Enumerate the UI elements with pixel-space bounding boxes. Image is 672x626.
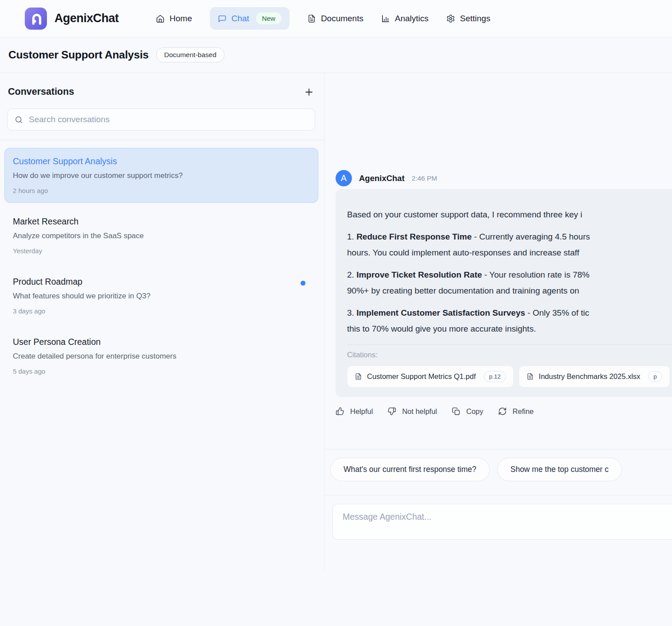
message-actions: HelpfulNot helpfulCopyRefine [336,407,672,416]
suggested-question-chip[interactable]: What's our current first response time? [330,458,490,481]
document-icon [526,373,534,380]
new-conversation-button[interactable] [304,87,314,97]
conversations-sidebar: Conversations Customer Support AnalysisH… [0,73,324,570]
page-title: Customer Support Analysis [8,49,149,61]
top-navbar: AgenixChat HomeChatNewDocumentsAnalytics… [0,0,672,37]
settings-icon [446,14,455,23]
conversation-preview: Create detailed persona for enterprise c… [13,352,310,361]
citations-label: Citations: [347,351,672,359]
message-line: 2. Improve Ticket Resolution Rate - Your… [347,267,672,283]
assistant-message-bubble: Based on your customer support data, I r… [336,189,672,397]
documents-icon [307,14,316,23]
citations-divider [347,344,672,345]
conversation-title: User Persona Creation [13,337,310,347]
refresh-icon [498,407,507,416]
thumbs-up-icon [336,407,344,416]
conversation-preview: How do we improve our customer support m… [13,171,310,180]
message-paragraph: 2. Improve Ticket Resolution Rate - Your… [347,267,672,299]
conversation-list: Customer Support AnalysisHow do we impro… [0,140,324,383]
conversation-preview: What features should we prioritize in Q3… [13,292,310,301]
analytics-icon [381,14,390,23]
nav-item-chat[interactable]: ChatNew [210,7,290,30]
conversations-heading: Conversations [8,86,74,97]
conversation-title: Customer Support Analysis [13,156,310,166]
nav-item-analytics[interactable]: Analytics [381,14,429,23]
citation-page-badge: p [648,371,662,382]
message-line: this to 70% would give you more accurate… [347,321,672,337]
message-header: A AgenixChat 2:46 PM [336,170,672,186]
message-paragraph: 3. Implement Customer Satisfaction Surve… [347,305,672,337]
main-layout: Conversations Customer Support AnalysisH… [0,73,672,570]
thumbs-down-icon [387,407,396,416]
nav-badge-new: New [256,12,282,24]
suggested-questions: What's our current first response time?S… [324,449,672,481]
conversation-title: Market Research [13,216,310,227]
conversation-title: Product Roadmap [13,277,310,287]
nav-label: Documents [321,14,363,23]
conversation-item-user-persona-creation[interactable]: User Persona CreationCreate detailed per… [4,328,318,383]
nav-items: HomeChatNewDocumentsAnalyticsSettings [156,7,490,30]
sidebar-header: Conversations [0,73,324,108]
citation-page-badge: p.12 [484,371,506,382]
copy-button[interactable]: Copy [452,407,483,416]
message-paragraph: Based on your customer support data, I r… [347,207,672,223]
message-input[interactable] [332,504,672,540]
message-line: 3. Implement Customer Satisfaction Surve… [347,305,672,321]
conversation-preview: Analyze competitors in the SaaS space [13,232,310,240]
message-paragraph: 1. Reduce First Response Time - Currentl… [347,229,672,261]
citation-filename: Industry Benchmarks 2025.xlsx [539,372,640,381]
nav-item-home[interactable]: Home [156,14,192,23]
nav-label: Analytics [395,14,429,23]
unread-dot [301,281,305,286]
refine-button[interactable]: Refine [498,407,534,416]
nav-item-settings[interactable]: Settings [446,14,490,23]
citations-row: Customer Support Metrics Q1.pdfp.12Indus… [347,366,672,387]
suggested-question-chip[interactable]: Show me the top customer c [497,458,622,481]
citation-chip-customer-support-metrics-q1-pdf[interactable]: Customer Support Metrics Q1.pdfp.12 [347,366,514,387]
conversation-time: Yesterday [13,247,310,255]
action-label: Copy [466,407,483,416]
avatar: A [336,170,352,186]
message-input-section [324,495,672,541]
citation-chip-industry-benchmarks-2025-xlsx[interactable]: Industry Benchmarks 2025.xlsxp [519,366,670,387]
message-line: 90%+ by creating better documentation an… [347,283,672,299]
nav-label: Chat [232,14,249,23]
conversation-item-product-roadmap[interactable]: Product RoadmapWhat features should we p… [4,268,318,323]
message-line: 1. Reduce First Response Time - Currentl… [347,229,672,245]
message-body: Based on your customer support data, I r… [347,207,672,337]
message-sender: AgenixChat [359,174,405,183]
document-icon [355,373,362,380]
conversation-item-customer-support-analysis[interactable]: Customer Support AnalysisHow do we impro… [4,148,318,203]
conversation-time: 2 hours ago [13,187,310,194]
conversation-time: 5 days ago [13,367,310,375]
action-label: Not helpful [402,407,437,416]
message-line: hours. You could implement auto-response… [347,245,672,261]
nav-label: Home [170,14,192,23]
action-label: Helpful [350,407,373,416]
brand-name: AgenixChat [54,12,119,25]
search-icon [15,116,23,124]
action-label: Refine [513,407,534,416]
not-helpful-button[interactable]: Not helpful [387,407,437,416]
plus-icon [304,87,314,97]
chat-panel: A AgenixChat 2:46 PM Based on your custo… [324,73,672,570]
message-line: Based on your customer support data, I r… [347,207,672,223]
helpful-button[interactable]: Helpful [336,407,373,416]
conversation-time: 3 days ago [13,307,310,315]
chat-icon [218,14,227,23]
search-conversations-box[interactable] [7,108,315,131]
document-based-badge: Document-based [156,47,224,62]
agenixchat-logo-icon [25,8,47,30]
citation-filename: Customer Support Metrics Q1.pdf [367,372,476,381]
nav-item-documents[interactable]: Documents [307,14,363,23]
conversation-item-market-research[interactable]: Market ResearchAnalyze competitors in th… [4,208,318,263]
page-header: Customer Support Analysis Document-based [0,37,672,73]
nav-label: Settings [460,14,490,23]
home-icon [156,14,165,23]
message-timestamp: 2:46 PM [412,174,437,182]
copy-icon [452,407,460,416]
search-conversations-input[interactable] [29,115,308,124]
